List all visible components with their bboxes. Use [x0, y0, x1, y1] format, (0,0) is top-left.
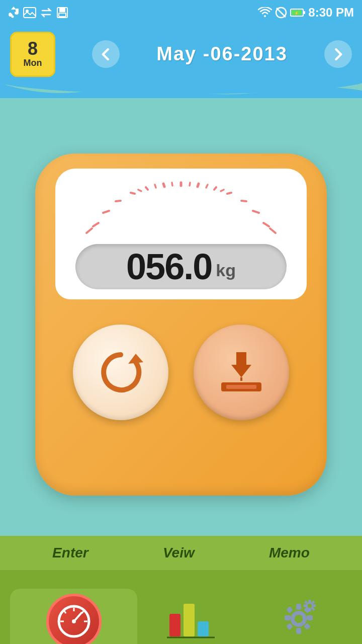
transfer-icon — [40, 7, 52, 19]
nav-statistics-label: Statistics — [164, 642, 218, 645]
svg-rect-48 — [184, 604, 195, 636]
svg-line-26 — [155, 185, 156, 188]
battery-icon: ⚡ — [290, 8, 305, 18]
svg-rect-63 — [308, 609, 311, 611]
svg-point-46 — [72, 619, 76, 623]
tab-row: Enter Veiw Memo — [0, 536, 362, 570]
svg-line-15 — [116, 201, 121, 201]
status-icons-right: ⚡ 8:30 PM — [258, 6, 354, 20]
svg-line-27 — [172, 183, 172, 186]
svg-line-16 — [131, 193, 135, 194]
header: 8 Mon May -06-2013 — [0, 25, 362, 83]
calendar-day: Mon — [24, 58, 42, 68]
svg-line-30 — [138, 190, 141, 191]
gauge-container: 056.0 kg — [55, 169, 307, 299]
scale: 056.0 kg — [35, 153, 327, 496]
nav-item-statistics[interactable]: Statistics — [137, 599, 244, 645]
settings-icon — [275, 599, 322, 639]
svg-line-32 — [86, 228, 92, 233]
save-icon — [214, 345, 269, 400]
svg-rect-5 — [59, 8, 65, 12]
tab-memo[interactable]: Memo — [269, 545, 310, 561]
svg-marker-34 — [128, 354, 143, 364]
reset-button[interactable] — [73, 325, 168, 420]
svg-line-29 — [206, 185, 208, 188]
svg-rect-58 — [286, 622, 293, 629]
svg-point-0 — [12, 16, 14, 18]
svg-rect-54 — [285, 615, 291, 620]
status-bar: ⚡ 8:30 PM — [0, 0, 362, 25]
svg-rect-65 — [313, 604, 315, 607]
svg-rect-55 — [307, 615, 313, 620]
gauge-svg — [65, 179, 297, 239]
bottom-nav: Enter Veiw Memo — [0, 536, 362, 644]
svg-line-25 — [263, 223, 269, 226]
svg-line-23 — [241, 201, 246, 201]
svg-rect-1 — [16, 9, 19, 11]
status-icons-left — [8, 6, 68, 20]
svg-line-28 — [190, 183, 190, 186]
svg-point-60 — [295, 615, 303, 623]
svg-rect-47 — [169, 614, 180, 636]
wifi-icon — [258, 7, 272, 18]
nav-item-weight[interactable]: Weight — [10, 589, 137, 645]
statistics-icon — [167, 599, 215, 639]
svg-line-20 — [198, 184, 199, 187]
weight-scale-icon — [56, 604, 92, 639]
svg-rect-62 — [308, 600, 311, 602]
main-content: 056.0 kg — [0, 98, 362, 536]
svg-marker-37 — [231, 352, 251, 377]
weight-value: 056.0 — [126, 246, 212, 287]
calendar-number: 8 — [28, 40, 38, 58]
svg-line-14 — [103, 211, 109, 213]
svg-line-33 — [270, 228, 276, 233]
svg-line-22 — [227, 193, 231, 194]
svg-text:⚡: ⚡ — [294, 11, 299, 16]
image-icon — [23, 7, 36, 18]
save-button[interactable] — [194, 325, 289, 420]
no-signal-icon — [275, 7, 287, 19]
weight-unit: kg — [216, 261, 236, 280]
svg-line-31 — [221, 190, 224, 191]
nav-settings-label: Settings — [275, 642, 322, 645]
svg-point-70 — [308, 603, 312, 607]
svg-rect-2 — [24, 8, 36, 18]
date-title: May -06-2013 — [156, 43, 288, 65]
svg-line-17 — [146, 187, 148, 190]
svg-rect-52 — [296, 604, 301, 610]
next-button[interactable] — [324, 40, 352, 68]
save-icon — [56, 7, 68, 19]
usb-icon — [8, 6, 19, 20]
svg-rect-49 — [198, 621, 209, 636]
svg-line-43 — [64, 610, 66, 613]
weight-display: 056.0 kg — [75, 244, 287, 289]
svg-rect-11 — [304, 11, 305, 14]
tab-enter[interactable]: Enter — [52, 545, 88, 561]
tab-view[interactable]: Veiw — [163, 545, 195, 561]
buttons-row — [73, 325, 289, 420]
svg-rect-36 — [226, 385, 256, 389]
svg-line-18 — [163, 184, 164, 187]
reset-icon — [93, 345, 148, 400]
svg-rect-6 — [59, 13, 66, 17]
nav-items-row: Weight Statistics — [0, 570, 362, 644]
svg-line-24 — [253, 211, 259, 213]
weight-icon-circle — [46, 594, 102, 645]
svg-rect-53 — [296, 628, 301, 634]
svg-line-13 — [93, 223, 99, 226]
svg-rect-64 — [304, 604, 306, 607]
calendar-badge[interactable]: 8 Mon — [10, 32, 55, 77]
nav-item-settings[interactable]: Settings — [245, 599, 352, 645]
svg-line-21 — [214, 187, 216, 190]
svg-rect-56 — [286, 606, 293, 613]
prev-button[interactable] — [92, 40, 120, 68]
status-time: 8:30 PM — [308, 6, 354, 20]
